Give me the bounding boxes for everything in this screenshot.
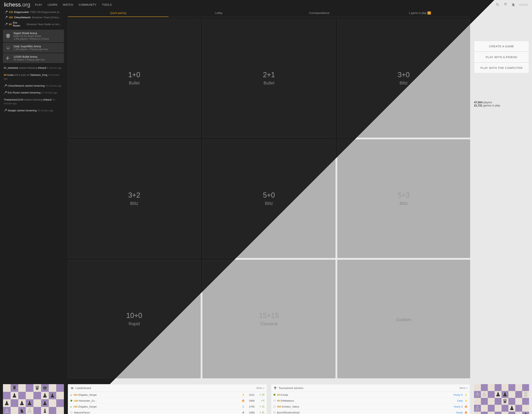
square — [33, 392, 41, 399]
feed-item[interactable]: Dr_blablabla started following thibault … — [3, 64, 64, 72]
lobby-tabs: Quick pairingLobbyCorrespondence1 game i… — [68, 9, 470, 17]
square — [495, 405, 502, 412]
play-with-a-friend-button[interactable]: PLAY WITH A FRIEND — [474, 52, 529, 63]
right-column: CREATE A GAMEPLAY WITH A FRIENDPLAY WITH… — [474, 9, 529, 380]
status-dot — [274, 400, 276, 402]
square — [515, 405, 522, 412]
square — [11, 407, 18, 414]
perf-icon: ⚡ — [464, 393, 467, 396]
main-nav: PLAYLEARNWATCHCOMMUNITYTOOLS — [35, 3, 112, 6]
tournament-item[interactable]: Daily SuperBlitz Arena1,392 players • Pl… — [3, 43, 64, 53]
perf-icon: 🔥 — [242, 399, 245, 402]
square — [3, 384, 11, 392]
tab-1-game-in-play[interactable]: 1 game in play1 — [370, 9, 470, 17]
more-link[interactable]: More » — [256, 386, 265, 389]
square: ♜ — [11, 384, 18, 392]
pool-custom[interactable]: Custom — [337, 260, 470, 378]
winner-row[interactable]: IM DrMelekessDaily⚡ — [271, 398, 470, 404]
nav-watch[interactable]: WATCH — [63, 3, 73, 6]
square: ♟ — [3, 399, 11, 407]
daily-puzzle[interactable]: ♔♙♟♟♖♛♙♟♟♟♕♚♜♝♘ Puzzle of the dayBlack t… — [474, 384, 529, 414]
leaderboard-row[interactable]: MaksimPanov✱2468↗ 31 — [68, 410, 267, 414]
tab-correspondence[interactable]: Correspondence — [269, 9, 370, 17]
status-dot — [70, 400, 72, 402]
nav-play[interactable]: PLAY — [35, 3, 42, 6]
square — [474, 384, 481, 391]
mic-icon: 🎤 — [5, 11, 8, 14]
stream-item[interactable]: 🎤 CM Kingscrusher FIDE CM Kingscrusher p… — [3, 9, 64, 15]
square: ♙ — [3, 407, 11, 414]
pool-5+0[interactable]: 5+0Blitz — [202, 139, 335, 258]
pool-5+3[interactable]: 5+3Blitz — [337, 139, 470, 258]
featured-game[interactable]: ♜♛♚♟♟♟♟♟♟♟♙♞♙♝♗♙♘♟♙♗♕♙♙♖♔♖ Ckaakk2682 1+… — [3, 384, 64, 414]
mic-icon: 🎤 — [5, 23, 8, 26]
square: ♟ — [18, 399, 26, 407]
feed-item[interactable]: IM lovlas left a note on Takeback_King 1… — [3, 72, 64, 82]
logo[interactable]: lichess.org — [4, 1, 30, 8]
square — [502, 412, 508, 414]
square — [49, 384, 57, 392]
winner-row[interactable]: NM Sviridov_ValeryYearly S🔥 — [271, 404, 470, 410]
leaderboard-row[interactable]: ▸GM Zhigalko_Sergei⚡3101↗ 10 — [68, 392, 267, 398]
leaderboard-row[interactable]: GM Alexander_Zu...🔥2906↗ 6 — [68, 398, 267, 404]
feed-item[interactable]: 🎤 ChessNetwork started streaming 19 minu… — [3, 82, 64, 89]
square — [33, 407, 41, 414]
square — [522, 398, 529, 405]
pool-15+15[interactable]: 15+15Classical — [202, 260, 335, 378]
trophy-icon — [274, 386, 277, 390]
stream-item[interactable]: 🎤 NM ChessNetwork Streamer !Team [Chess.… — [3, 15, 64, 20]
status-dot — [274, 412, 276, 414]
square: ♟ — [26, 399, 33, 407]
stream-item[interactable]: 🎤 IM Eric Rosen Streamer Team Battle on … — [3, 20, 64, 28]
pool-10+0[interactable]: 10+0Rapid — [68, 260, 200, 378]
leaderboard-row[interactable]: ▸GM Zhigalko_Sergei🐇2765↗ 11 — [68, 404, 267, 410]
more-link[interactable]: More » — [460, 386, 467, 389]
square: ♙ — [474, 405, 481, 412]
tab-lobby[interactable]: Lobby — [169, 9, 269, 17]
nav-learn[interactable]: LEARN — [48, 3, 57, 6]
flame-icon — [5, 45, 11, 51]
square — [502, 405, 508, 412]
feed-item[interactable]: 🎤 Sladgie started streaming 30 minutes a… — [3, 107, 64, 114]
leaderboard-panel: LeaderboardMore » ▸GM Zhigalko_Sergei⚡31… — [68, 384, 267, 414]
winner-row[interactable]: BornOfGodAndVoidYearly🔥 — [271, 410, 470, 414]
bell-off-icon[interactable] — [511, 3, 515, 7]
search-icon[interactable] — [496, 3, 500, 7]
swords-icon[interactable] — [504, 3, 507, 7]
square — [488, 405, 495, 412]
pool-1+0[interactable]: 1+0Bullet — [68, 19, 200, 138]
nav-community[interactable]: COMMUNITY — [79, 3, 96, 6]
username[interactable]: thibault — [519, 3, 528, 6]
left-column: 🎤 CM Kingscrusher FIDE CM Kingscrusher p… — [3, 9, 64, 380]
patron-icon: ▸ — [70, 405, 72, 408]
square — [474, 412, 481, 414]
pool-2+1[interactable]: 2+1Bullet — [202, 19, 335, 138]
perf-icon: ⚡ — [242, 393, 245, 396]
square: ♚ — [41, 384, 49, 392]
tournament-item[interactable]: U2000 Bullet Arena84 players • Playing r… — [3, 53, 64, 63]
square: ♟ — [41, 392, 49, 399]
square — [508, 391, 515, 398]
play-with-the-computer-button[interactable]: PLAY WITH THE COMPUTER — [474, 63, 529, 73]
square — [515, 391, 522, 398]
square — [515, 412, 522, 414]
pool-3+2[interactable]: 3+2Blitz — [68, 139, 200, 258]
perf-icon: ⚡ — [464, 399, 467, 402]
winner-row[interactable]: IM KAstarYearly H⚡ — [271, 392, 470, 398]
tournament-item[interactable]: Rapid Shield ArenaBattle for the Rapid S… — [3, 30, 64, 42]
square — [488, 398, 495, 405]
square — [49, 399, 57, 407]
mic-icon: 🎤 — [4, 109, 7, 112]
tab-quick-pairing[interactable]: Quick pairing — [68, 9, 169, 17]
square — [49, 407, 57, 414]
square — [56, 407, 64, 414]
create-a-game-button[interactable]: CREATE A GAME — [474, 41, 529, 52]
pool-3+0[interactable]: 3+0Blitz — [337, 19, 470, 138]
feed-item[interactable]: 🎤 Eric Rosen started streaming 27 minute… — [3, 89, 64, 96]
square — [56, 399, 64, 407]
center-column: Quick pairingLobbyCorrespondence1 game i… — [68, 9, 470, 380]
nav-tools[interactable]: TOOLS — [102, 3, 112, 6]
square — [56, 392, 64, 399]
feed-item[interactable]: Thetacticbot1234 started following thiba… — [3, 96, 64, 107]
quick-pairing-grid: 1+0Bullet2+1Bullet3+0Blitz3+2Blitz5+0Bli… — [68, 17, 470, 380]
